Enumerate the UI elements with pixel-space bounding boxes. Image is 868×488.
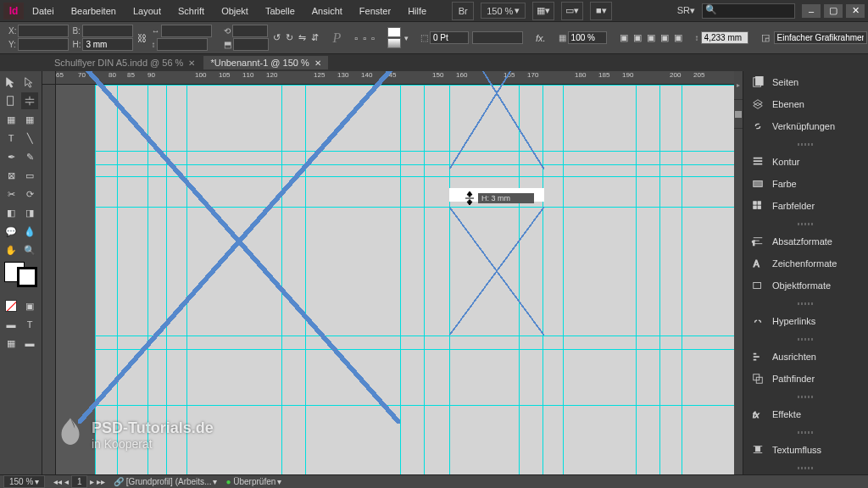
constrain-icon[interactable]: ⛓ bbox=[136, 28, 147, 48]
gradient-feather-tool[interactable]: ◨ bbox=[21, 204, 38, 221]
rect-frame-tool[interactable]: ⊠ bbox=[3, 167, 19, 184]
shear-input[interactable] bbox=[233, 38, 269, 51]
menu-ansicht[interactable]: Ansicht bbox=[303, 6, 351, 16]
panel-hyperlinks[interactable]: Hyperlinks bbox=[743, 310, 868, 332]
flip-v-icon[interactable]: ⇵ bbox=[310, 28, 320, 48]
wrap-none-icon[interactable]: ▣ bbox=[619, 28, 629, 48]
maximize-button[interactable]: ▢ bbox=[824, 4, 843, 18]
scale-y-input[interactable] bbox=[157, 38, 208, 51]
align-left-icon[interactable]: ▫ bbox=[353, 28, 359, 48]
wrap-jump-icon[interactable]: ▣ bbox=[659, 28, 670, 48]
opacity-input[interactable] bbox=[568, 31, 607, 44]
reference-point-icon[interactable] bbox=[3, 28, 5, 48]
scale-x-input[interactable] bbox=[161, 25, 212, 37]
menu-hilfe[interactable]: Hilfe bbox=[399, 6, 435, 16]
panel-effekte[interactable]: fxEffekte bbox=[743, 403, 868, 425]
panel-farbfelder[interactable]: Farbfelder bbox=[743, 195, 868, 217]
line-tool[interactable]: ╲ bbox=[21, 130, 38, 147]
rotate-input[interactable] bbox=[232, 25, 268, 37]
panel-farbe[interactable]: Farbe bbox=[743, 173, 868, 195]
wrap-shape-icon[interactable]: ▣ bbox=[646, 28, 656, 48]
ruler-origin[interactable] bbox=[42, 71, 56, 85]
format-container-icon[interactable]: ▣ bbox=[21, 297, 38, 314]
rotate-ccw-icon[interactable]: ↺ bbox=[272, 28, 281, 48]
wrap-next-icon[interactable]: ▣ bbox=[673, 28, 683, 48]
fill-stroke-swatches[interactable] bbox=[4, 262, 37, 287]
panel-kontur[interactable]: Kontur bbox=[743, 151, 868, 173]
content-placer-tool[interactable]: ▦ bbox=[21, 111, 38, 128]
height-input[interactable] bbox=[82, 38, 133, 51]
menu-layout[interactable]: Layout bbox=[125, 6, 170, 16]
panel-absatzformate[interactable]: ¶Absatzformate bbox=[743, 230, 868, 252]
screen-mode-button[interactable]: ▭▾ bbox=[561, 2, 583, 20]
transform-tool[interactable]: ⟳ bbox=[21, 186, 38, 202]
apply-none-icon[interactable] bbox=[3, 297, 19, 314]
status-profile[interactable]: 🔗 [Grundprofil] (Arbeits...▾ bbox=[114, 477, 217, 486]
content-placer-icon[interactable]: P bbox=[331, 28, 342, 48]
flip-h-icon[interactable]: ⇋ bbox=[298, 28, 307, 48]
status-zoom[interactable]: 150 %▾ bbox=[3, 475, 45, 488]
gap-tool[interactable] bbox=[21, 92, 38, 109]
wrap-bound-icon[interactable]: ▣ bbox=[632, 28, 643, 48]
corner-options-icon[interactable]: ◲ bbox=[760, 28, 771, 48]
panel-seiten[interactable]: Seiten bbox=[743, 71, 868, 93]
panel-pathfinder[interactable]: Pathfinder bbox=[743, 368, 868, 390]
align-center-icon[interactable]: ▫ bbox=[362, 28, 367, 48]
pencil-tool[interactable]: ✎ bbox=[21, 148, 38, 165]
view-options-button[interactable]: ▦▾ bbox=[532, 2, 554, 20]
preview-view-icon[interactable]: ▬ bbox=[21, 335, 38, 352]
hand-tool[interactable]: ✋ bbox=[3, 241, 19, 258]
stroke-style-dropdown[interactable] bbox=[472, 31, 523, 44]
menu-tabelle[interactable]: Tabelle bbox=[257, 6, 303, 16]
type-tool[interactable]: T bbox=[3, 130, 19, 147]
panel-objektformate[interactable]: Objektformate bbox=[743, 274, 868, 297]
menu-datei[interactable]: Datei bbox=[24, 6, 63, 16]
close-button[interactable]: ✕ bbox=[846, 4, 865, 18]
zoom-tool[interactable]: 🔍 bbox=[21, 241, 38, 258]
tab-close-icon[interactable]: ✕ bbox=[314, 58, 321, 68]
y-input[interactable] bbox=[18, 38, 69, 51]
eyedropper-tool[interactable]: 💧 bbox=[21, 223, 38, 240]
zoom-dropdown[interactable]: 150 %▾ bbox=[481, 3, 526, 19]
content-collector-tool[interactable]: ▦ bbox=[3, 111, 19, 128]
panel-verknpfungen[interactable]: Verknüpfungen bbox=[743, 115, 868, 137]
page-nav[interactable]: ◂◂ ◂ 1 ▸ ▸▸ bbox=[53, 477, 105, 486]
pen-tool[interactable]: ✒ bbox=[3, 148, 19, 165]
stroke-weight-input[interactable] bbox=[430, 31, 469, 44]
vertical-ruler[interactable] bbox=[42, 85, 56, 474]
minimize-button[interactable]: – bbox=[802, 4, 821, 18]
status-errors[interactable]: ● Überprüfen▾ bbox=[225, 477, 281, 486]
normal-view-icon[interactable]: ▦ bbox=[3, 335, 19, 352]
collapsed-panel-dock[interactable] bbox=[734, 71, 743, 474]
object-style-dropdown[interactable] bbox=[774, 31, 867, 44]
format-text-icon[interactable]: T bbox=[21, 316, 38, 333]
scissors-tool[interactable]: ✂ bbox=[3, 186, 19, 202]
document-tab[interactable]: *Unbenannt-1 @ 150 %✕ bbox=[203, 56, 327, 69]
gradient-swatch-tool[interactable]: ◧ bbox=[3, 204, 19, 221]
canvas[interactable]: 6570808590100105110120125130140145150160… bbox=[42, 71, 734, 474]
panel-zeichenformate[interactable]: AZeichenformate bbox=[743, 252, 868, 274]
direct-selection-tool[interactable] bbox=[21, 74, 38, 91]
fx-button[interactable]: fx. bbox=[535, 28, 547, 48]
document-tab[interactable]: Schulflyer DIN A5.indd @ 56 %✕ bbox=[47, 56, 202, 69]
bridge-button[interactable]: Br bbox=[452, 2, 474, 20]
menu-objekt[interactable]: Objekt bbox=[213, 6, 257, 16]
rect-tool[interactable]: ▭ bbox=[21, 167, 38, 184]
workspace-switcher[interactable]: SR▾ bbox=[677, 5, 695, 16]
menu-bearbeiten[interactable]: Bearbeiten bbox=[63, 6, 125, 16]
arrange-button[interactable]: ■▾ bbox=[590, 2, 612, 20]
page-tool[interactable] bbox=[3, 92, 19, 109]
x-input[interactable] bbox=[18, 25, 69, 37]
panel-ebenen[interactable]: Ebenen bbox=[743, 93, 868, 115]
rotate-cw-icon[interactable]: ↻ bbox=[285, 28, 294, 48]
gap-input[interactable] bbox=[701, 31, 748, 44]
menu-fenster[interactable]: Fenster bbox=[351, 6, 399, 16]
width-input[interactable] bbox=[82, 25, 133, 37]
tab-close-icon[interactable]: ✕ bbox=[188, 58, 195, 68]
note-tool[interactable]: 💬 bbox=[3, 223, 19, 240]
panel-textumfluss[interactable]: Textumfluss bbox=[743, 439, 868, 461]
menu-schrift[interactable]: Schrift bbox=[170, 6, 213, 16]
panel-ausrichten[interactable]: Ausrichten bbox=[743, 346, 868, 368]
apply-color-icon[interactable]: ▬ bbox=[3, 316, 19, 333]
align-right-icon[interactable]: ▫ bbox=[370, 28, 376, 48]
